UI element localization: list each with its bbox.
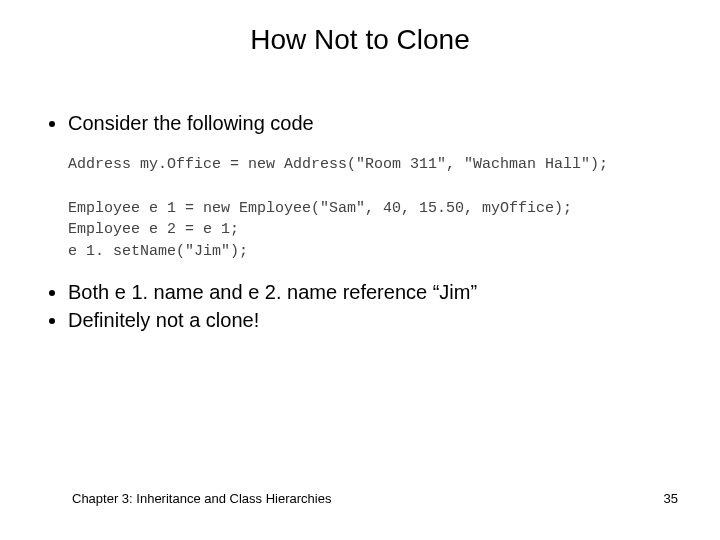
bullet-item: Both e 1. name and e 2. name reference “… <box>68 279 680 305</box>
footer-chapter: Chapter 3: Inheritance and Class Hierarc… <box>72 491 331 506</box>
bullet-list-top: Consider the following code <box>40 110 680 136</box>
bullet-item: Consider the following code <box>68 110 680 136</box>
slide: How Not to Clone Consider the following … <box>0 0 720 540</box>
footer-page-number: 35 <box>664 491 678 506</box>
slide-title: How Not to Clone <box>0 24 720 56</box>
bullet-list-bottom: Both e 1. name and e 2. name reference “… <box>40 279 680 333</box>
code-line: e 1. setName("Jim"); <box>68 243 248 260</box>
code-line: Employee e 2 = e 1; <box>68 221 239 238</box>
code-line: Address my.Office = new Address("Room 31… <box>68 156 608 173</box>
slide-body: Consider the following code Address my.O… <box>40 108 680 335</box>
code-block: Address my.Office = new Address("Room 31… <box>68 154 680 263</box>
bullet-item: Definitely not a clone! <box>68 307 680 333</box>
code-line: Employee e 1 = new Employee("Sam", 40, 1… <box>68 200 572 217</box>
